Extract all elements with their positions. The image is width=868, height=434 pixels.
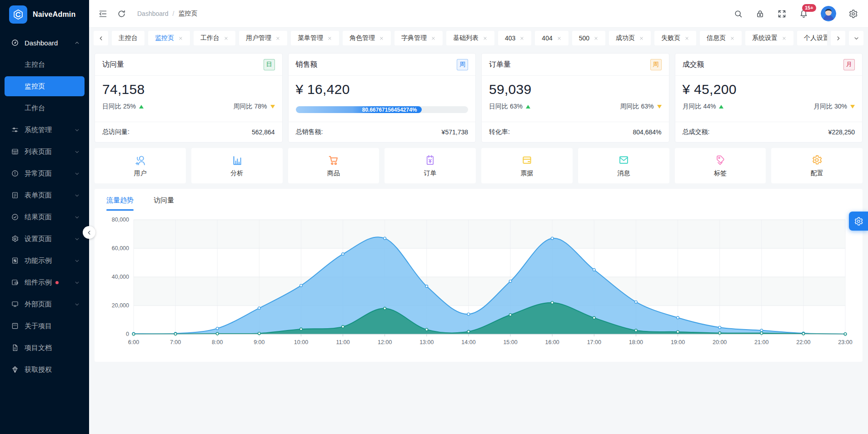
stat-card-title: 销售额 — [296, 60, 318, 69]
logo[interactable]: NaiveAdmin — [0, 0, 89, 29]
compare-label: 日同比 63% — [489, 103, 523, 111]
close-icon[interactable] — [327, 36, 332, 41]
sidebar-item-15[interactable]: 项目文档 — [5, 338, 85, 358]
fullscreen-icon[interactable] — [777, 9, 787, 19]
sidebar-item-16[interactable]: 获取授权 — [5, 360, 85, 380]
stat-card-header: 销售额周 — [289, 54, 476, 76]
sidebar-item-7[interactable]: 异常页面 — [5, 163, 85, 183]
close-icon[interactable] — [519, 36, 524, 41]
sidebar-item-label: 组件示例 — [25, 278, 52, 287]
sidebar-item-14[interactable]: 关于项目 — [5, 316, 85, 336]
compare-item: 月同比 30% — [813, 103, 855, 111]
close-icon[interactable] — [557, 36, 562, 41]
shortcut-1[interactable]: 用户 — [95, 148, 186, 183]
tab-5[interactable]: 菜单管理 — [291, 31, 339, 45]
svg-text:20:00: 20:00 — [713, 339, 727, 345]
tab-2[interactable]: 监控页 — [148, 31, 190, 45]
chevron-down-icon — [74, 149, 80, 155]
search-icon[interactable] — [733, 9, 743, 19]
notification-count-badge: 15+ — [802, 4, 816, 12]
stat-card-2: 销售额周¥ 16,42080.66767156454274%总销售额:¥571,… — [288, 53, 476, 143]
tab-label: 工作台 — [200, 34, 219, 42]
shortcut-5[interactable]: 票据 — [481, 148, 573, 183]
close-icon[interactable] — [684, 36, 689, 41]
menu-fold-icon[interactable] — [98, 9, 108, 19]
breadcrumb-root[interactable]: Dashboard — [137, 10, 169, 17]
tab-label: 成功页 — [616, 34, 635, 42]
tab-15[interactable]: 系统设置 — [745, 31, 793, 45]
close-icon[interactable] — [379, 36, 384, 41]
shortcut-label: 标签 — [714, 169, 727, 178]
sidebar-item-label: 异常页面 — [25, 169, 52, 178]
close-icon[interactable] — [275, 36, 280, 41]
shortcut-6[interactable]: 消息 — [578, 148, 669, 183]
sidebar-item-4[interactable]: 工作台 — [5, 98, 85, 118]
notifications[interactable]: 15+ — [799, 9, 808, 19]
close-icon[interactable] — [178, 36, 183, 41]
close-icon[interactable] — [431, 36, 436, 41]
shortcut-2[interactable]: 分析 — [191, 148, 283, 183]
sidebar-collapse-handle[interactable] — [83, 226, 95, 239]
tab-11[interactable]: 500 — [572, 31, 605, 45]
tab-12[interactable]: 成功页 — [609, 31, 651, 45]
sidebar-item-11[interactable]: 功能示例 — [5, 251, 85, 271]
tab-14[interactable]: 信息页 — [700, 31, 742, 45]
close-icon[interactable] — [224, 36, 229, 41]
license-icon — [11, 365, 19, 374]
chart-tab-1[interactable]: 流量趋势 — [106, 196, 134, 211]
tab-label: 404 — [542, 35, 552, 42]
sidebar-item-8[interactable]: 表单页面 — [5, 185, 85, 205]
svg-text:9:00: 9:00 — [254, 339, 264, 345]
close-icon[interactable] — [782, 36, 787, 41]
tab-13[interactable]: 失败页 — [654, 31, 696, 45]
user-avatar[interactable] — [821, 6, 836, 21]
sidebar-item-2[interactable]: 主控台 — [5, 54, 85, 74]
chevron-down-icon — [74, 301, 80, 307]
tabs-menu-button[interactable] — [849, 31, 863, 45]
tab-4[interactable]: 用户管理 — [239, 31, 287, 45]
sidebar-item-9[interactable]: 结果页面 — [5, 207, 85, 227]
sidebar-item-5[interactable]: 系统管理 — [5, 120, 85, 140]
footer-label: 总成交额: — [683, 128, 710, 136]
sidebar-item-12[interactable]: 组件示例 — [5, 272, 85, 292]
close-icon[interactable] — [730, 36, 735, 41]
tab-8[interactable]: 基础列表 — [446, 31, 494, 45]
tab-1[interactable]: 主控台 — [112, 31, 145, 45]
shortcut-label: 分析 — [230, 169, 243, 178]
footer-value: ¥228,250 — [828, 128, 855, 136]
sidebar-item-1[interactable]: Dashboard — [5, 33, 85, 53]
close-icon[interactable] — [594, 36, 599, 41]
close-icon[interactable] — [639, 36, 644, 41]
app-logo-icon — [9, 5, 27, 24]
topbar: Dashboard / 监控页 15+ — [89, 0, 868, 28]
sidebar-item-13[interactable]: 外部页面 — [5, 294, 85, 314]
theme-settings-button[interactable] — [849, 212, 868, 231]
tabs-scroll-left-button[interactable] — [94, 31, 108, 45]
stat-cards-row: 访问量日74,158日同比 25%周同比 78%总访问量:562,864销售额周… — [95, 53, 863, 143]
shortcut-4[interactable]: 订单 — [384, 148, 476, 183]
close-icon[interactable] — [483, 36, 488, 41]
sidebar-item-3[interactable]: 监控页 — [5, 76, 85, 96]
settings-gear-icon[interactable] — [848, 9, 858, 19]
sidebar-item-10[interactable]: 设置页面 — [5, 229, 85, 249]
trend-up-icon — [139, 105, 144, 108]
tab-9[interactable]: 403 — [498, 31, 531, 45]
sidebar-item-label: Dashboard — [25, 39, 58, 47]
chart-tab-2[interactable]: 访问量 — [154, 196, 174, 211]
shortcut-3[interactable]: 商品 — [288, 148, 379, 183]
tab-3[interactable]: 工作台 — [194, 31, 235, 45]
refresh-icon[interactable] — [117, 9, 126, 19]
lock-icon[interactable] — [755, 9, 765, 19]
svg-text:40,000: 40,000 — [112, 274, 129, 280]
period-badge: 月 — [843, 59, 855, 70]
tab-10[interactable]: 404 — [535, 31, 568, 45]
svg-text:17:00: 17:00 — [587, 339, 601, 345]
shortcut-8[interactable]: 配置 — [771, 148, 863, 183]
tab-6[interactable]: 角色管理 — [343, 31, 391, 45]
sidebar-item-6[interactable]: 列表页面 — [5, 142, 85, 162]
tab-7[interactable]: 字典管理 — [394, 31, 443, 45]
tabs-scroll-right-button[interactable] — [831, 31, 845, 45]
stat-card-header: 访问量日 — [95, 54, 282, 76]
tab-16[interactable]: 个人设置 — [797, 31, 827, 45]
shortcut-7[interactable]: 标签 — [675, 148, 766, 183]
